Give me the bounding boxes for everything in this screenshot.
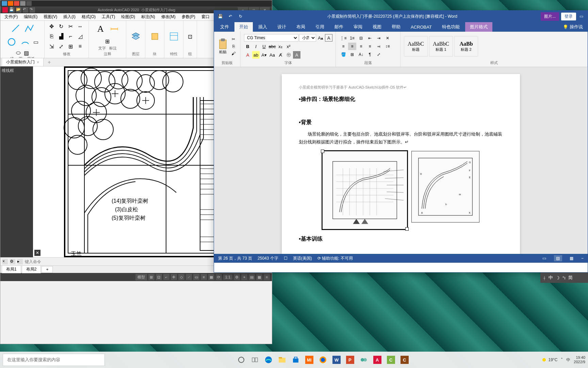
- line-tool-icon[interactable]: [10, 22, 22, 34]
- font-name-select[interactable]: CG Times: [244, 34, 298, 42]
- store-icon[interactable]: [290, 354, 302, 366]
- tab-layout[interactable]: 布局: [292, 22, 310, 32]
- align-right-button[interactable]: ≡: [357, 43, 365, 50]
- word-count[interactable]: 25043 个字: [258, 256, 278, 261]
- powerpoint-icon[interactable]: P: [344, 354, 356, 366]
- subscript-button[interactable]: x₂: [277, 43, 284, 50]
- dyn-icon[interactable]: ▭: [193, 274, 199, 280]
- menu-view[interactable]: 视图(V): [41, 13, 60, 20]
- language-status[interactable]: 英语(美国): [293, 256, 312, 261]
- ime-degree-icon[interactable]: °ı: [562, 275, 566, 280]
- tell-me-button[interactable]: 💡操作说: [559, 22, 586, 32]
- extend-tool-icon[interactable]: ↔: [77, 23, 84, 30]
- text-effects-button[interactable]: A▾: [260, 51, 268, 59]
- qat-save-icon[interactable]: 💾: [9, 7, 15, 13]
- properties-icon[interactable]: [168, 30, 180, 43]
- circle-tool-icon[interactable]: [5, 36, 18, 48]
- login-button[interactable]: 登录: [561, 13, 576, 20]
- word-taskbar-icon[interactable]: W: [330, 354, 343, 366]
- accessibility-status[interactable]: ⟳ 辅助功能: 不可用: [317, 256, 353, 261]
- numbering-button[interactable]: 1≡: [348, 34, 356, 42]
- menu-draw[interactable]: 绘图(D): [118, 13, 138, 20]
- transparency-icon[interactable]: ▦: [208, 274, 214, 280]
- align-center-button[interactable]: ≡: [348, 43, 356, 50]
- qat-saveall-icon[interactable]: 📂: [16, 7, 21, 13]
- tab-help[interactable]: 帮助: [387, 22, 405, 32]
- bold-button[interactable]: B: [244, 43, 251, 50]
- mi-icon[interactable]: MI: [303, 354, 315, 366]
- cut-icon[interactable]: ✂: [230, 36, 237, 42]
- copy-icon[interactable]: ⎘: [230, 43, 237, 49]
- cmd-options-icon[interactable]: ⚙: [10, 259, 15, 264]
- ime-indicator[interactable]: 中: [566, 357, 570, 363]
- tab-references[interactable]: 引用: [311, 22, 329, 32]
- grid-icon[interactable]: ⊞: [148, 274, 154, 280]
- menu-edit[interactable]: 编辑(E): [21, 13, 40, 20]
- firefox-icon[interactable]: [317, 354, 329, 366]
- start-button[interactable]: [235, 354, 247, 366]
- array-tool-icon[interactable]: ⊞: [67, 43, 74, 50]
- font-color-button[interactable]: A: [244, 51, 251, 59]
- ime-moon-icon[interactable]: ☽: [556, 275, 560, 280]
- desktop-icon[interactable]: [14, 1, 19, 6]
- tab-mail[interactable]: 邮件: [330, 22, 348, 32]
- desktop-icon[interactable]: [26, 1, 32, 6]
- fillet-tool-icon[interactable]: ⌐: [67, 33, 74, 40]
- tab-file[interactable]: 文件: [215, 22, 234, 32]
- multilevel-button[interactable]: ⊟: [357, 34, 365, 42]
- ime-mode[interactable]: 简: [568, 275, 573, 281]
- spellcheck-icon[interactable]: ☐: [284, 256, 288, 261]
- ime-bar[interactable]: ⟊ 中 ☽ °ı 简: [540, 273, 588, 283]
- add-layout-button[interactable]: +: [42, 266, 53, 273]
- explorer-icon[interactable]: [276, 354, 288, 366]
- enclose-char-button[interactable]: ㊥: [285, 51, 292, 59]
- clean-icon[interactable]: ▦: [256, 274, 262, 280]
- paste-button[interactable]: 粘贴: [217, 36, 228, 57]
- italic-button[interactable]: I: [252, 43, 260, 50]
- tab-acrobat[interactable]: ACROBAT: [406, 23, 437, 31]
- close-tab-icon[interactable]: ×: [37, 60, 39, 65]
- format-painter-icon[interactable]: 🖌: [230, 50, 237, 57]
- desktop-icon[interactable]: [20, 1, 26, 6]
- underline-button[interactable]: U: [260, 43, 268, 50]
- layer-icon[interactable]: [130, 30, 142, 43]
- hatch-tool-icon[interactable]: ▨: [23, 49, 30, 56]
- rect-tool-icon[interactable]: ▭: [33, 39, 39, 45]
- distributed-button[interactable]: ⫤: [375, 43, 383, 50]
- cycle-icon[interactable]: ⟳: [216, 274, 222, 280]
- text-tool-icon[interactable]: A: [95, 23, 107, 35]
- tab-insert[interactable]: 插入: [254, 22, 272, 32]
- snap-icon[interactable]: ⊡: [156, 274, 162, 280]
- menu-param[interactable]: 参数(P): [179, 13, 198, 20]
- layout-tab[interactable]: 布局2: [22, 265, 41, 273]
- offset-tool-icon[interactable]: ≡: [77, 43, 84, 50]
- polyline-tool-icon[interactable]: [23, 22, 35, 34]
- style-heading2[interactable]: AaBb标题 2: [454, 36, 478, 57]
- para-extra-button[interactable]: ⤢: [375, 51, 383, 58]
- menu-file[interactable]: 文件(F): [2, 13, 20, 20]
- sort-button[interactable]: A↓: [357, 51, 365, 58]
- stretch-tool-icon[interactable]: ⇲: [48, 43, 55, 50]
- ribbon-mode-icon[interactable]: ▭: [578, 13, 585, 20]
- asian-layout-button[interactable]: ✕: [383, 34, 392, 42]
- polar-icon[interactable]: ✛: [171, 274, 177, 280]
- lwt-icon[interactable]: ≡: [201, 274, 207, 280]
- collab-icon[interactable]: [358, 354, 370, 366]
- trim-tool-icon[interactable]: ✂: [67, 23, 74, 30]
- rotate-tool-icon[interactable]: ↻: [58, 23, 65, 30]
- tab-home[interactable]: 开始: [234, 22, 253, 32]
- highlight-button[interactable]: ab: [252, 51, 260, 59]
- read-mode-icon[interactable]: ▭: [540, 255, 549, 261]
- menu-window[interactable]: 窗口: [199, 13, 212, 20]
- menu-format[interactable]: 格式(O): [79, 13, 98, 20]
- model-button[interactable]: 模型: [135, 274, 147, 280]
- app-c2-icon[interactable]: C: [398, 354, 411, 366]
- strike-button[interactable]: abc: [268, 43, 276, 50]
- change-case-button[interactable]: Aa: [268, 51, 276, 59]
- qat-undo-icon[interactable]: ↶: [23, 7, 28, 13]
- char-shading-button[interactable]: A: [293, 51, 300, 59]
- menu-dim[interactable]: 标注(N): [138, 13, 158, 20]
- doc-figure-selected[interactable]: [322, 151, 407, 229]
- chamfer-tool-icon[interactable]: ◿: [77, 33, 84, 40]
- autocad-taskbar-icon[interactable]: A: [371, 354, 383, 366]
